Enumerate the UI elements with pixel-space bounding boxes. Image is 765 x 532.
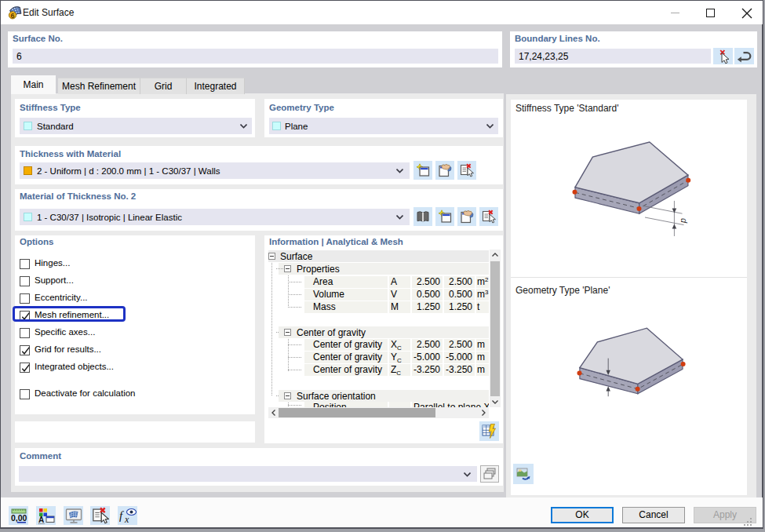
svg-text:x: x	[124, 514, 129, 524]
svg-text:6: 6	[10, 12, 14, 20]
svg-text:f: f	[119, 509, 124, 522]
svg-text:A: A	[38, 516, 44, 524]
svg-text:d: d	[679, 218, 689, 224]
svg-text:0,00: 0,00	[11, 513, 27, 523]
